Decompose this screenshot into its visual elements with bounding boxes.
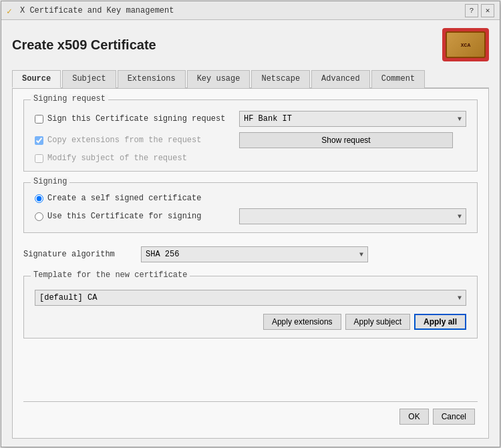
sign-csr-row: Sign this Certificate signing request HF… (35, 111, 466, 127)
template-dropdown-arrow: ▼ (458, 294, 462, 302)
show-request-area: Show request (239, 132, 466, 148)
help-button[interactable]: ? (465, 4, 478, 17)
main-window: ✓ X Certificate and Key management ? ✕ C… (1, 1, 500, 447)
copy-extensions-label: Copy extensions from the request (47, 136, 201, 145)
modify-subject-left: Modify subject of the request (35, 154, 187, 163)
title-bar-text: X Certificate and Key management (20, 6, 174, 15)
copy-extensions-checkbox[interactable] (35, 136, 43, 145)
template-dropdown-value: [default] CA (39, 293, 97, 302)
modify-subject-row: Modify subject of the request (35, 154, 466, 163)
tab-advanced[interactable]: Advanced (311, 70, 370, 88)
signature-algorithm-value: SHA 256 (146, 250, 179, 259)
logo-area: XCA (442, 28, 489, 61)
ok-button[interactable]: OK (399, 409, 428, 425)
close-button[interactable]: ✕ (481, 4, 494, 17)
copy-extensions-left: Copy extensions from the request (35, 136, 201, 145)
signing-section-content: Create a self signed certificate Use thi… (35, 194, 466, 224)
template-content: [default] CA ▼ Apply extensions Apply su… (35, 290, 466, 330)
signing-request-content: Sign this Certificate signing request HF… (35, 111, 466, 163)
use-cert-radio[interactable] (35, 212, 43, 221)
spacer (23, 349, 478, 385)
apply-subject-button[interactable]: Apply subject (345, 314, 410, 330)
signature-algorithm-dropdown[interactable]: SHA 256 ▼ (141, 246, 368, 262)
tab-source[interactable]: Source (12, 70, 61, 88)
page-title: Create x509 Certificate (12, 37, 156, 53)
cancel-button[interactable]: Cancel (433, 409, 475, 425)
footer-bar: OK Cancel (23, 401, 478, 427)
use-cert-left: Use this Certificate for signing (35, 212, 201, 221)
tab-comment[interactable]: Comment (371, 70, 425, 88)
cert-signing-dropdown-area: ▼ (239, 208, 466, 224)
template-dropdown[interactable]: [default] CA ▼ (35, 290, 466, 306)
apply-extensions-button[interactable]: Apply extensions (263, 314, 341, 330)
csr-dropdown-arrow: ▼ (458, 116, 462, 123)
tab-netscape[interactable]: Netscape (251, 70, 310, 88)
apply-buttons-row: Apply extensions Apply subject Apply all (35, 314, 466, 330)
use-cert-row: Use this Certificate for signing ▼ (35, 208, 466, 224)
csr-dropdown-value: HF Bank IT (244, 114, 292, 124)
signing-section: Signing Create a self signed certificate (23, 182, 478, 233)
self-signed-radio[interactable] (35, 194, 43, 203)
template-section-label: Template for the new certificate (31, 270, 190, 280)
sign-csr-left: Sign this Certificate signing request (35, 114, 225, 124)
app-icon: ✓ (7, 6, 16, 15)
tab-key-usage[interactable]: Key usage (187, 70, 251, 88)
self-signed-left: Create a self signed certificate (35, 194, 201, 203)
csr-dropdown-area: HF Bank IT ▼ (239, 111, 466, 127)
cert-signing-arrow: ▼ (458, 213, 462, 220)
sign-csr-label: Sign this Certificate signing request (47, 114, 225, 124)
csr-dropdown[interactable]: HF Bank IT ▼ (239, 111, 466, 127)
signature-algorithm-row: Signature algorithm SHA 256 ▼ (23, 244, 478, 265)
page-title-row: Create x509 Certificate XCA (12, 28, 489, 61)
signing-request-label: Signing request (31, 94, 108, 103)
self-signed-row: Create a self signed certificate (35, 194, 466, 203)
signing-request-section: Signing request Sign this Certificate si… (23, 99, 478, 172)
use-cert-label: Use this Certificate for signing (47, 212, 201, 221)
tab-subject[interactable]: Subject (62, 70, 116, 88)
sign-csr-checkbox[interactable] (35, 115, 43, 124)
source-panel: Signing request Sign this Certificate si… (12, 89, 489, 439)
self-signed-label: Create a self signed certificate (47, 194, 201, 203)
template-section: Template for the new certificate [defaul… (23, 276, 478, 339)
tab-extensions[interactable]: Extensions (118, 70, 186, 88)
apply-all-button[interactable]: Apply all (414, 314, 466, 330)
show-request-button[interactable]: Show request (239, 132, 453, 148)
tabs: Source Subject Extensions Key usage Nets… (12, 69, 489, 89)
signature-algorithm-label: Signature algorithm (23, 250, 130, 259)
title-bar-left: ✓ X Certificate and Key management (7, 6, 174, 15)
title-bar-controls: ? ✕ (465, 4, 494, 17)
signing-section-label: Signing (31, 177, 69, 186)
signature-algorithm-arrow: ▼ (359, 251, 363, 258)
modify-subject-checkbox[interactable] (35, 154, 43, 163)
window-content: Create x509 Certificate XCA Source Subje… (1, 20, 500, 447)
show-request-row: Copy extensions from the request Show re… (35, 132, 466, 148)
cert-signing-dropdown[interactable]: ▼ (239, 208, 466, 224)
logo-scroll: XCA (446, 31, 486, 58)
title-bar: ✓ X Certificate and Key management ? ✕ (1, 1, 500, 20)
modify-subject-label: Modify subject of the request (47, 154, 187, 163)
